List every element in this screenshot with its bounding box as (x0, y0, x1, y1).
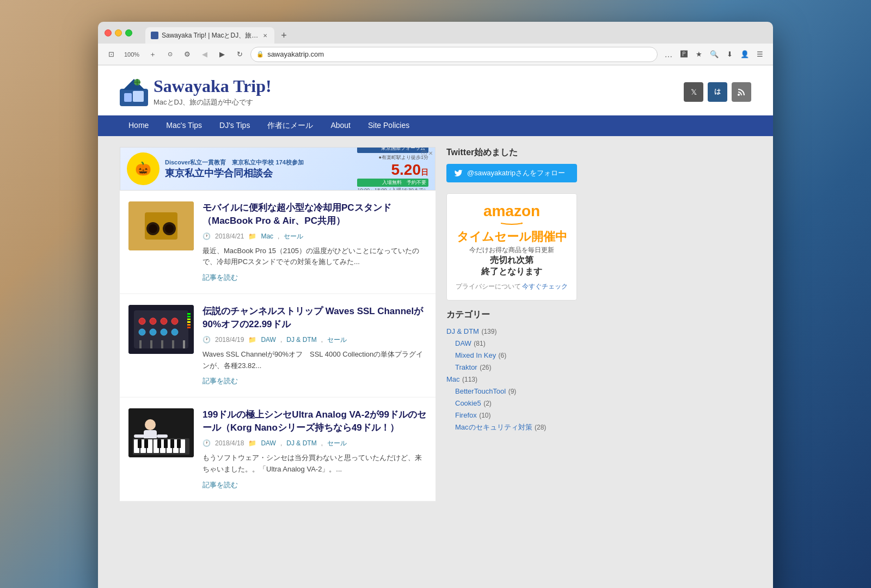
share-button[interactable]: ⚙ (181, 48, 194, 61)
rss-icon[interactable] (732, 82, 751, 102)
download-button[interactable]: ⬇ (723, 48, 736, 61)
twitter-icon[interactable]: 𝕏 (684, 82, 703, 102)
ad-entry: 入場無料 予約不要 (357, 179, 428, 187)
svg-point-7 (738, 94, 740, 96)
close-button[interactable] (105, 29, 112, 36)
post-title-1[interactable]: モバイルに便利な超小型な冷却用PCスタンド（MacBook Pro & Air、… (203, 201, 427, 228)
nav-site-policies[interactable]: Site Policies (359, 115, 418, 136)
blog-post-2: 伝説のチャンネルストリップ Waves SSL Channelが90%オフの22… (120, 294, 436, 397)
search-button[interactable]: 🔍 (708, 48, 721, 61)
clock-icon-3: 🕐 (203, 439, 211, 447)
website-content: Sawayaka Trip! MacとDJ、旅の話題が中心です 𝕏 は Home (98, 65, 773, 588)
maximize-button[interactable] (125, 29, 132, 36)
read-more-3[interactable]: 記事を読む (203, 481, 238, 489)
post-content-2: 伝説のチャンネルストリップ Waves SSL Channelが90%オフの22… (203, 305, 427, 386)
sidebar-toggle-button[interactable]: ⊡ (105, 48, 118, 61)
clock-icon-1: 🕐 (203, 232, 211, 240)
categories-title: カテゴリー (446, 309, 577, 321)
svg-rect-24 (139, 340, 142, 348)
twitter-bird-icon (454, 169, 463, 177)
post-cat-2-dj[interactable]: DJ & DTM (286, 336, 316, 344)
svg-rect-26 (161, 340, 163, 348)
site-body: ⓘ ✕ 🎃 Discover私立一貫教育 東京私立中学校 174校参加 東京私立… (98, 136, 773, 512)
ad-venue-sub: ●有楽町駅より徒歩1分 (357, 154, 428, 161)
ad-banner[interactable]: ⓘ ✕ 🎃 Discover私立一貫教育 東京私立中学校 174校参加 東京私立… (120, 147, 436, 191)
cat-link-cat-dj-dtm[interactable]: DJ & DTM (446, 327, 479, 335)
sidebar-cat-cat-cookie5: Cookie5 (2) (446, 398, 577, 408)
svg-rect-50 (144, 439, 148, 448)
profile-button[interactable]: 👤 (738, 48, 751, 61)
cat-link-cat-mixed-in-key[interactable]: Mixed In Key (455, 351, 496, 359)
site-title-block: Sawayaka Trip! MacとDJ、旅の話題が中心です (154, 76, 272, 107)
post-cat-3-sale[interactable]: セール (327, 439, 347, 448)
twitter-follow-label: @sawayakatripさんをフォロー (467, 168, 565, 178)
forward-button[interactable]: ▶ (216, 48, 229, 61)
ad-text-block: Discover私立一貫教育 東京私立中学校 174校参加 東京私立中学合同相談… (165, 158, 352, 180)
browser-window: Sawayaka Trip! | MacとDJ、旅… ✕ + ⊡ 100% ＋ … (98, 22, 773, 588)
nav-about[interactable]: About (322, 115, 359, 136)
site-header: Sawayaka Trip! MacとDJ、旅の話題が中心です 𝕏 は (98, 65, 773, 115)
ad-hours: 10:00～18:00（入場16:30まで） (357, 187, 428, 191)
cat-count-cat-dj-dtm: (139) (481, 328, 496, 335)
amazon-tagline: タイムセール開催中 (456, 229, 568, 245)
post-cat-3-dj[interactable]: DJ & DTM (286, 439, 316, 447)
post-date-1: 2018/4/21 (215, 232, 244, 240)
hatena-icon[interactable]: は (708, 82, 727, 102)
cat-count-cat-cookie5: (2) (483, 400, 492, 407)
sidebar-cat-cat-bettertouchtool: BetterTouchTool (9) (446, 386, 577, 396)
new-tab-button[interactable]: + (277, 27, 291, 44)
read-more-1[interactable]: 記事を読む (203, 273, 238, 281)
post-cat-3-daw[interactable]: DAW (261, 439, 276, 447)
amazon-privacy[interactable]: プライバシーについて (456, 282, 521, 291)
nav-author-mail[interactable]: 作者にメール (259, 115, 322, 136)
cat-link-cat-mac[interactable]: Mac (446, 375, 460, 383)
post-cat-1-sale[interactable]: セール (284, 232, 303, 241)
tab-close-button[interactable]: ✕ (261, 32, 269, 39)
zoom-level[interactable]: 100% (122, 48, 142, 61)
twitter-follow-button[interactable]: @sawayakatripさんをフォロー (446, 164, 577, 182)
svg-marker-1 (123, 79, 145, 90)
site-social-icons: 𝕏 は (684, 82, 751, 102)
svg-rect-33 (187, 324, 191, 326)
reader-view-button[interactable]: ⊙ (163, 48, 176, 61)
reload-button[interactable]: ↻ (233, 48, 246, 61)
active-tab[interactable]: Sawayaka Trip! | MacとDJ、旅… ✕ (145, 27, 274, 44)
cat-count-cat-firefox: (10) (479, 412, 490, 419)
site-subtitle: MacとDJ、旅の話題が中心です (154, 97, 272, 107)
post-cat-2-sale[interactable]: セール (327, 335, 347, 345)
bookmark-button[interactable]: ★ (692, 48, 706, 61)
read-more-2[interactable]: 記事を読む (203, 377, 238, 385)
site-navigation: Home Mac's Tips DJ's Tips 作者にメール About S… (98, 115, 773, 136)
amazon-banner[interactable]: amazon タイムセール開催中 今だけお得な商品を毎日更新 売切れ次第 終了と… (446, 193, 577, 301)
post-cat-1-mac[interactable]: Mac (261, 232, 273, 240)
svg-rect-34 (187, 327, 191, 328)
post-title-3[interactable]: 199ドルの極上シンセUltra Analog VA-2が99ドルのセール（Ko… (203, 408, 427, 434)
svg-rect-39 (157, 434, 168, 438)
cat-link-cat-daw[interactable]: DAW (455, 339, 471, 347)
nav-djs-tips[interactable]: DJ's Tips (211, 115, 259, 136)
nav-home[interactable]: Home (120, 115, 157, 136)
extensions-button[interactable]: … (662, 48, 675, 61)
cat-link-cat-bettertouchtool[interactable]: BetterTouchTool (455, 387, 506, 395)
url-bar[interactable]: 🔒 sawayakatrip.com (250, 47, 658, 62)
nav-macs-tips[interactable]: Mac's Tips (157, 115, 211, 136)
post-content-1: モバイルに便利な超小型な冷却用PCスタンド（MacBook Pro & Air、… (203, 201, 427, 283)
cat-link-cat-traktor[interactable]: Traktor (455, 363, 477, 371)
back-button[interactable]: ◀ (198, 48, 211, 61)
sidebar-cat-cat-dj-dtm: DJ & DTM (139) (446, 326, 577, 336)
post-title-2[interactable]: 伝説のチャンネルストリップ Waves SSL Channelが90%オフの22… (203, 305, 427, 331)
new-tab-icon[interactable]: ＋ (146, 48, 159, 61)
cat-link-cat-mac-security[interactable]: Macのセキュリティ対策 (455, 423, 532, 431)
ad-title-small: Discover私立一貫教育 東京私立中学校 174校参加 (165, 158, 352, 167)
cat-link-cat-firefox[interactable]: Firefox (455, 411, 477, 419)
cat-link-cat-cookie5[interactable]: Cookie5 (455, 399, 481, 407)
ad-mascot: 🎃 (127, 152, 160, 185)
post-excerpt-1: 最近、MacBook Pro 15（2105）の温度がひどいことになっていたので… (203, 246, 427, 268)
pocket-button[interactable]: 🅿 (677, 48, 690, 61)
ad-close-button[interactable]: ⓘ ✕ (421, 150, 433, 157)
minimize-button[interactable] (115, 29, 122, 36)
menu-button[interactable]: ☰ (753, 48, 766, 61)
post-cat-2-daw[interactable]: DAW (261, 336, 276, 344)
amazon-check[interactable]: 今すぐチェック (522, 282, 568, 291)
svg-rect-5 (124, 93, 132, 102)
